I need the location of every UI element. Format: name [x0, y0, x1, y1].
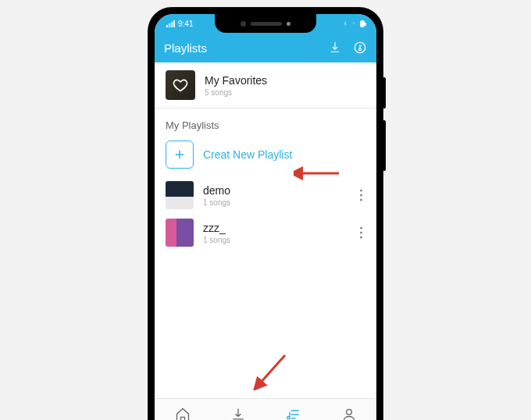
playlist-count: 1 songs: [203, 198, 230, 207]
wifi-icon: [351, 21, 356, 26]
playlist-thumbnail: [166, 219, 194, 247]
library-icon: [230, 407, 246, 421]
create-playlist-label: Creat New Playlist: [203, 148, 292, 161]
screen: 9:41 Playlists My Favorites: [155, 14, 376, 420]
home-icon: [175, 407, 191, 421]
nav-library[interactable]: Library: [210, 399, 266, 420]
side-button: [383, 77, 386, 109]
music-note-icon[interactable]: [353, 41, 367, 55]
app-header: Playlists: [155, 33, 376, 62]
playlist-title: demo: [203, 184, 230, 197]
person-icon: [341, 407, 357, 421]
playlists-icon: [286, 407, 301, 421]
bluetooth-icon: [343, 21, 347, 26]
more-icon[interactable]: [360, 227, 362, 239]
favorites-row[interactable]: My Favorites 5 songs: [155, 62, 376, 109]
content: My Favorites 5 songs My Playlists Creat …: [155, 62, 376, 398]
battery-icon: [360, 20, 365, 27]
page-title: Playlists: [164, 41, 207, 55]
section-my-playlists: My Playlists: [155, 109, 376, 136]
nav-home[interactable]: Home: [155, 399, 210, 420]
nav-me[interactable]: Me: [321, 399, 376, 420]
playlist-row[interactable]: zzz_ 1 songs: [155, 214, 376, 251]
playlist-count: 1 songs: [203, 236, 230, 244]
more-icon[interactable]: [360, 190, 362, 201]
status-time: 9:41: [178, 20, 193, 28]
side-button: [383, 120, 386, 171]
favorites-title: My Favorites: [205, 74, 267, 87]
playlist-row[interactable]: demo 1 songs: [155, 176, 376, 214]
heart-icon: [166, 70, 195, 100]
nav-playlists[interactable]: Playlists: [266, 399, 321, 420]
phone-frame: 9:41 Playlists My Favorites: [148, 8, 383, 420]
bottom-nav: Home Library Playlists Me: [155, 398, 376, 420]
create-playlist-button[interactable]: Creat New Playlist: [155, 136, 376, 176]
playlist-thumbnail: [166, 181, 194, 209]
svg-point-3: [346, 409, 351, 415]
plus-icon: [166, 141, 194, 169]
notch: [215, 14, 316, 33]
download-icon[interactable]: [328, 41, 342, 55]
svg-point-0: [354, 24, 355, 25]
signal-bars-icon: [166, 20, 175, 27]
favorites-count: 5 songs: [205, 88, 267, 97]
playlist-title: zzz_: [203, 222, 230, 234]
